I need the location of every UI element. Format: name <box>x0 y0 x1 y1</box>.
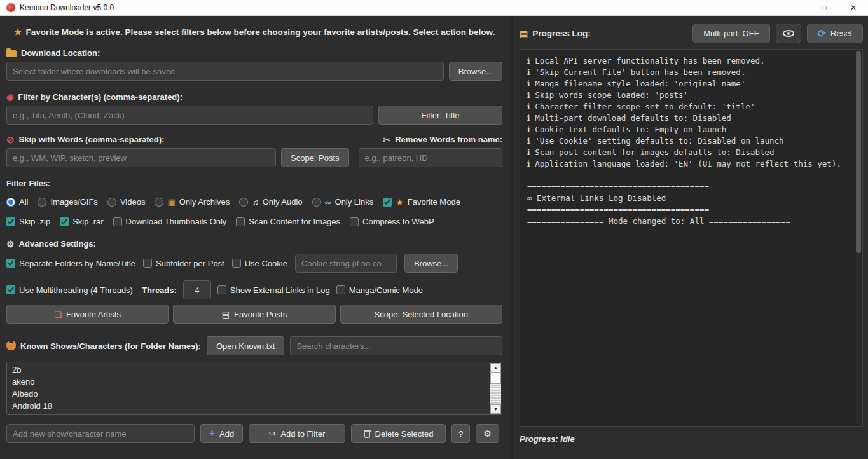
radio-videos-input[interactable] <box>107 198 116 207</box>
settings-button[interactable]: ⚙ <box>476 424 499 443</box>
manga-mode-input[interactable] <box>336 285 345 294</box>
download-location-input[interactable] <box>6 62 444 81</box>
list-item[interactable]: 2b <box>7 364 502 376</box>
panel-splitter[interactable] <box>509 16 513 459</box>
list-item[interactable]: Android 21 <box>7 412 502 415</box>
radio-images-gifs[interactable]: Images/GIFs <box>38 197 97 207</box>
skip-rar-checkbox[interactable]: Skip .rar <box>60 217 103 226</box>
favorite-mode-checkbox[interactable]: ★ Favorite Mode <box>383 197 460 207</box>
skip-zip-checkbox[interactable]: Skip .zip <box>6 217 50 226</box>
folder-icon <box>6 50 17 57</box>
multithreading-input[interactable] <box>6 285 15 294</box>
log-scrollbar-thumb[interactable] <box>856 51 861 253</box>
list-item[interactable]: Android 18 <box>7 400 502 412</box>
known-shows-label: Known Shows/Characters (for Folder Names… <box>6 341 201 351</box>
skip-scope-button[interactable]: Scope: Posts <box>281 148 349 167</box>
skip-words-label: ⊘ Skip with Words (comma-separated): <box>6 135 164 144</box>
radio-images-input[interactable] <box>38 198 46 207</box>
separate-folders-checkbox[interactable]: Separate Folders by Name/Title <box>6 259 135 268</box>
scan-content-input[interactable] <box>236 217 245 226</box>
log-header: ▤ Progress Log: Multi-part: OFF ⟳ Reset <box>520 24 863 43</box>
no-entry-icon: ⊘ <box>6 135 15 144</box>
list-item[interactable]: akeno <box>7 376 502 388</box>
manga-mode-checkbox[interactable]: Manga/Comic Mode <box>336 285 423 295</box>
log-line: ====================================== <box>527 182 848 193</box>
multipart-toggle-button[interactable]: Multi-part: OFF <box>692 24 769 43</box>
log-buttons: Multi-part: OFF ⟳ Reset <box>692 24 863 43</box>
character-filter-label: ◉ Filter by Character(s) (comma-separate… <box>6 92 502 102</box>
radio-only-archives[interactable]: ▣ Only Archives <box>155 197 230 207</box>
eye-icon <box>783 30 794 37</box>
window-controls: — □ ✕ <box>780 0 868 15</box>
threads-count-input[interactable] <box>183 280 211 299</box>
open-known-txt-button[interactable]: Open Known.txt <box>207 336 285 355</box>
radio-archives-input[interactable] <box>155 198 163 207</box>
favorite-artists-button[interactable]: ❏ Favorite Artists <box>6 305 169 324</box>
progress-log-output: ℹ Local API server functionality has bee… <box>520 49 863 427</box>
add-to-filter-button[interactable]: ↪ Add to Filter <box>249 424 345 443</box>
download-browse-button[interactable]: Browse... <box>449 62 502 81</box>
scan-content-checkbox[interactable]: Scan Content for Images <box>236 217 340 226</box>
thumbnails-only-checkbox[interactable]: Download Thumbnails Only <box>113 217 227 226</box>
show-external-links-checkbox[interactable]: Show External Links in Log <box>217 285 330 295</box>
star-icon: ★ <box>14 27 22 36</box>
file-type-radio-group: All Images/GIFs Videos ▣ Only Archives ♫… <box>6 197 502 207</box>
character-filter-scope-button[interactable]: Filter: Title <box>378 106 502 125</box>
new-character-input[interactable] <box>6 424 195 443</box>
banner-text: Favorite Mode is active. Please select f… <box>25 27 495 37</box>
use-cookie-checkbox[interactable]: Use Cookie <box>232 259 287 268</box>
delete-selected-button[interactable]: Delete Selected <box>351 424 446 443</box>
log-scrollbar[interactable] <box>856 51 861 425</box>
log-panel: ▤ Progress Log: Multi-part: OFF ⟳ Reset … <box>513 16 868 459</box>
reset-icon: ⟳ <box>818 29 826 39</box>
show-external-links-input[interactable] <box>217 285 226 294</box>
scissors-icon: ✂ <box>383 135 390 144</box>
radio-only-audio[interactable]: ♫ Only Audio <box>239 197 302 207</box>
character-filter-input[interactable] <box>6 106 373 125</box>
radio-only-links[interactable]: ∞ Only Links <box>312 197 374 207</box>
radio-links-input[interactable] <box>312 198 321 207</box>
use-cookie-input[interactable] <box>232 259 241 268</box>
close-button[interactable]: ✕ <box>839 0 868 15</box>
log-line: ℹ Multi-part download defaults to: Disab… <box>527 113 848 125</box>
skip-words-input[interactable] <box>6 148 276 167</box>
compress-webp-input[interactable] <box>350 217 359 226</box>
favorite-mode-checkbox-input[interactable] <box>383 198 392 207</box>
remove-words-input[interactable] <box>359 148 502 167</box>
log-line: ℹ Character filter scope set to default:… <box>527 102 848 113</box>
skip-zip-input[interactable] <box>6 217 15 226</box>
scroll-down-button[interactable]: ▼ <box>490 404 501 414</box>
reset-button[interactable]: ⟳ Reset <box>807 24 863 43</box>
progress-status: Progress: Idle <box>520 434 863 444</box>
separate-folders-input[interactable] <box>6 259 15 268</box>
list-scrollbar[interactable]: ▲ ▼ <box>490 363 501 414</box>
radio-all-input[interactable] <box>6 198 15 207</box>
character-filter-icon: ◉ <box>6 93 13 101</box>
radio-videos[interactable]: Videos <box>107 197 146 207</box>
thumbnails-only-input[interactable] <box>113 217 122 226</box>
eye-toggle-button[interactable] <box>776 24 801 43</box>
cookie-string-input[interactable] <box>295 254 397 273</box>
skip-rar-input[interactable] <box>60 217 69 226</box>
add-character-button[interactable]: + Add <box>200 424 243 443</box>
file-options-row: Skip .zip Skip .rar Download Thumbnails … <box>6 217 502 226</box>
app-title: Kemono Downloader v5.0.0 <box>20 3 114 12</box>
list-item[interactable]: Albedo <box>7 388 502 400</box>
subfolder-per-post-input[interactable] <box>143 259 152 268</box>
subfolder-per-post-checkbox[interactable]: Subfolder per Post <box>143 259 224 268</box>
character-search-input[interactable] <box>290 336 502 355</box>
minimize-button[interactable]: — <box>780 0 809 15</box>
scroll-up-button[interactable]: ▲ <box>490 363 501 373</box>
radio-audio-input[interactable] <box>239 198 248 207</box>
scope-selected-location-button[interactable]: Scope: Selected Location <box>340 305 502 324</box>
compress-webp-checkbox[interactable]: Compress to WebP <box>350 217 434 226</box>
help-button[interactable]: ? <box>451 424 470 443</box>
scrollbar-thumb[interactable] <box>490 373 501 384</box>
radio-all[interactable]: All <box>6 197 28 207</box>
maximize-button[interactable]: □ <box>809 0 839 15</box>
multithreading-checkbox[interactable]: Use Multithreading (4 Threads) <box>6 285 133 295</box>
cookie-browse-button[interactable]: Browse... <box>404 254 458 273</box>
log-line: ℹ Skip words scope loaded: 'posts' <box>527 90 848 102</box>
remove-words-label: ✂ Remove Words from name: <box>383 135 502 144</box>
favorite-posts-button[interactable]: ▤ Favorite Posts <box>173 305 335 324</box>
